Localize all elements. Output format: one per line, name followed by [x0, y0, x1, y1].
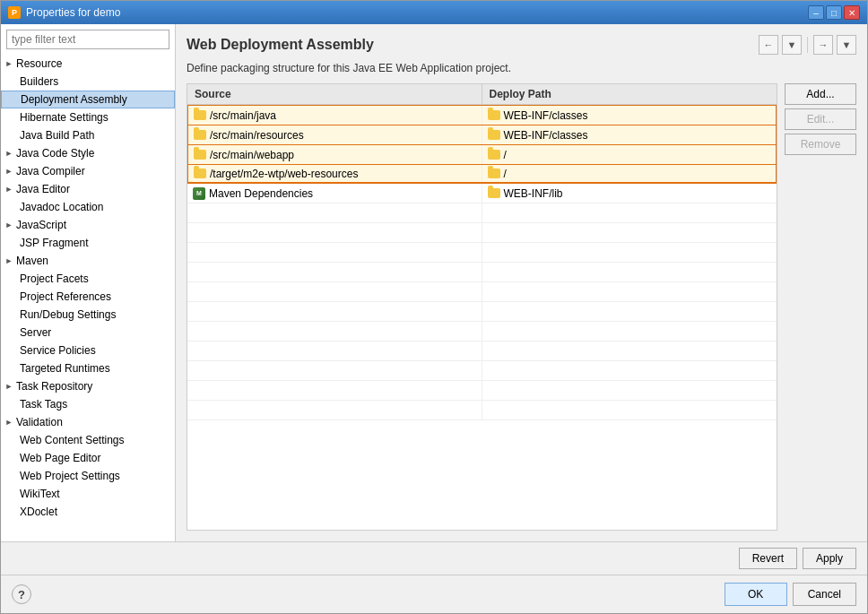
table-row[interactable]: /target/m2e-wtp/web-resources /	[187, 164, 777, 184]
dropdown-button[interactable]: ▼	[782, 35, 802, 55]
table-row[interactable]: /src/main/webapp /	[187, 144, 777, 164]
expand-arrow-js: ►	[4, 221, 13, 229]
deploy-cell: WEB-INF/lib	[482, 184, 777, 203]
sidebar-item-service-policies[interactable]: Service Policies	[1, 342, 175, 359]
col-deploy: Deploy Path	[482, 84, 777, 104]
sidebar-item-run-debug-settings[interactable]: Run/Debug Settings	[1, 306, 175, 324]
sidebar-item-wikitext[interactable]: WikiText	[1, 485, 175, 503]
sidebar: ► Resource Builders Deployment Assembly …	[1, 24, 176, 541]
sidebar-item-label: Java Code Style	[16, 147, 94, 160]
folder-icon	[194, 169, 206, 178]
sidebar-item-web-content-settings[interactable]: Web Content Settings	[1, 431, 175, 449]
sidebar-item-label: Javadoc Location	[20, 201, 103, 213]
source-value: /src/main/webapp	[210, 149, 294, 161]
sidebar-item-project-references[interactable]: Project References	[1, 288, 175, 306]
source-value: /src/main/resources	[210, 129, 304, 142]
sidebar-item-project-facets[interactable]: Project Facets	[1, 270, 175, 288]
expand-arrow-maven: ►	[4, 256, 13, 265]
folder-icon	[488, 188, 500, 198]
footer-right: OK Cancel	[725, 583, 856, 606]
sidebar-item-java-build-path[interactable]: Java Build Path	[1, 126, 175, 144]
sidebar-item-label: Task Repository	[16, 380, 92, 393]
folder-icon	[488, 110, 500, 120]
filter-input[interactable]	[6, 30, 169, 49]
deploy-value: /	[504, 168, 507, 180]
content-area: Source Deploy Path /src/main/java	[187, 83, 856, 531]
table-row-empty	[187, 282, 777, 302]
sidebar-item-java-editor[interactable]: ► Java Editor	[1, 180, 175, 198]
sidebar-item-label: Builders	[20, 75, 58, 88]
section-description: Define packaging structure for this Java…	[187, 62, 856, 74]
sidebar-item-jsp-fragment[interactable]: JSP Fragment	[1, 234, 175, 252]
sidebar-item-task-tags[interactable]: Task Tags	[1, 395, 175, 413]
minimize-button[interactable]: –	[808, 5, 824, 20]
sidebar-item-label: Project References	[20, 290, 111, 303]
table-header: Source Deploy Path	[187, 84, 777, 105]
expand-arrow-je: ►	[4, 185, 13, 194]
col-source: Source	[187, 84, 482, 104]
help-button[interactable]: ?	[12, 584, 31, 604]
expand-arrow-jcs: ►	[4, 149, 13, 158]
source-value: Maven Dependencies	[209, 187, 313, 200]
tree-area: ► Resource Builders Deployment Assembly …	[1, 55, 175, 541]
sidebar-item-label: WikiText	[20, 488, 60, 500]
table-row-empty	[187, 243, 777, 263]
sidebar-item-builders[interactable]: Builders	[1, 73, 175, 91]
sidebar-item-web-page-editor[interactable]: Web Page Editor	[1, 449, 175, 467]
folder-icon	[194, 150, 206, 160]
source-value: /src/main/java	[210, 109, 276, 122]
forward-dropdown-button[interactable]: ▼	[837, 35, 856, 55]
sidebar-item-java-code-style[interactable]: ► Java Code Style	[1, 144, 175, 162]
table-row-empty	[187, 263, 777, 282]
deploy-cell: WEB-INF/classes	[482, 125, 777, 144]
back-button[interactable]: ←	[759, 35, 778, 55]
sidebar-item-javascript[interactable]: ► JavaScript	[1, 216, 175, 234]
sidebar-item-hibernate-settings[interactable]: Hibernate Settings	[1, 108, 175, 126]
sidebar-item-java-compiler[interactable]: ► Java Compiler	[1, 162, 175, 180]
maven-icon: M	[193, 187, 205, 200]
sidebar-item-label: XDoclet	[20, 506, 57, 518]
close-button[interactable]: ✕	[844, 5, 860, 20]
sidebar-item-xdoclet[interactable]: XDoclet	[1, 503, 175, 521]
edit-button[interactable]: Edit...	[785, 108, 856, 130]
expand-arrow-tr: ►	[4, 382, 13, 391]
table-row-empty	[187, 342, 777, 361]
sidebar-item-deployment-assembly[interactable]: Deployment Assembly	[1, 91, 175, 108]
table-row-empty	[187, 322, 777, 342]
folder-icon	[488, 130, 500, 140]
table-row[interactable]: M Maven Dependencies WEB-INF/lib	[187, 184, 777, 203]
table-row[interactable]: /src/main/resources WEB-INF/classes	[187, 125, 777, 144]
folder-icon	[194, 130, 206, 140]
title-bar: P Properties for demo – □ ✕	[1, 1, 867, 24]
footer-left: ?	[12, 584, 31, 604]
apply-button[interactable]: Apply	[803, 548, 856, 569]
table-row[interactable]: /src/main/java WEB-INF/classes	[187, 105, 777, 125]
sidebar-item-label: JSP Fragment	[20, 237, 88, 249]
sidebar-item-targeted-runtimes[interactable]: Targeted Runtimes	[1, 359, 175, 377]
folder-icon	[488, 150, 500, 160]
sidebar-item-task-repository[interactable]: ► Task Repository	[1, 377, 175, 395]
dialog-title: Properties for demo	[26, 6, 120, 19]
sidebar-item-javadoc-location[interactable]: Javadoc Location	[1, 198, 175, 216]
forward-button[interactable]: →	[813, 35, 833, 55]
maximize-button[interactable]: □	[826, 5, 842, 20]
source-cell: M Maven Dependencies	[187, 184, 482, 203]
ok-button[interactable]: OK	[725, 583, 787, 606]
sidebar-item-maven[interactable]: ► Maven	[1, 252, 175, 270]
sidebar-item-label: Web Page Editor	[20, 452, 101, 464]
revert-button[interactable]: Revert	[739, 548, 797, 569]
sidebar-item-web-project-settings[interactable]: Web Project Settings	[1, 467, 175, 485]
remove-button[interactable]: Remove	[785, 134, 856, 155]
sidebar-item-resource[interactable]: ► Resource	[1, 55, 175, 73]
deploy-value: /	[504, 149, 507, 161]
cancel-button[interactable]: Cancel	[793, 583, 856, 606]
add-button[interactable]: Add...	[785, 83, 856, 105]
sidebar-item-label: Java Compiler	[16, 165, 85, 177]
sidebar-item-validation[interactable]: ► Validation	[1, 413, 175, 431]
dialog-footer: ? OK Cancel	[1, 575, 867, 613]
expand-arrow-jc: ►	[4, 167, 13, 176]
deployment-table: Source Deploy Path /src/main/java	[187, 83, 777, 531]
sidebar-item-label: Web Project Settings	[20, 470, 120, 482]
sidebar-item-label: Java Build Path	[20, 129, 94, 142]
sidebar-item-server[interactable]: Server	[1, 324, 175, 342]
